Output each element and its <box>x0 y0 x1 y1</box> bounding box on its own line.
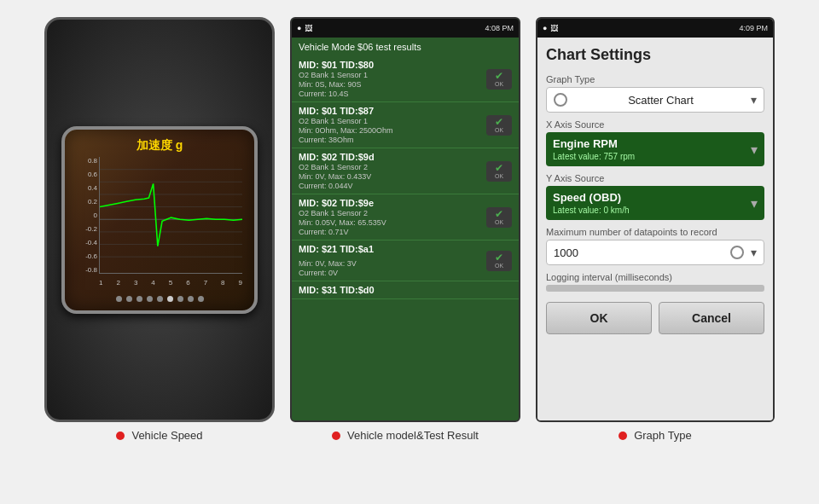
graph-type-dropdown[interactable]: Scatter Chart ▾ <box>546 87 764 113</box>
dot-1 <box>116 296 122 302</box>
red-dot-2 <box>332 432 340 440</box>
phone-frame-3: ● 🖼 4:09 PM Chart Settings Graph Type Sc… <box>536 17 775 422</box>
panel-3-text: Graph Type <box>634 429 692 442</box>
y-axis-latest: Latest value: 0 km/h <box>553 206 758 215</box>
dot-6-active <box>167 296 173 302</box>
chart-plot <box>99 157 242 274</box>
graph-type-value: Scatter Chart <box>628 94 694 107</box>
max-datapoints-input[interactable]: 1000 ▾ <box>546 240 764 265</box>
dot-2 <box>126 296 132 302</box>
chevron-down-icon: ▾ <box>751 246 757 259</box>
list-item: MID: $21 TID:$a1 Min: 0V, Max: 3V Curren… <box>292 240 519 281</box>
red-dot-1 <box>116 432 125 440</box>
list-item: MID: $02 TID:$9e O2 Bank 1 Sensor 2 Min:… <box>292 194 519 240</box>
results-list: MID: $01 TID:$80 O2 Bank 1 Sensor 1 Min:… <box>292 56 519 420</box>
dot-4 <box>147 296 153 302</box>
chart-settings-body: Chart Settings Graph Type Scatter Chart … <box>537 38 773 420</box>
chevron-down-icon: ▾ <box>751 142 758 158</box>
page-dots <box>73 296 246 302</box>
dot-5 <box>157 296 163 302</box>
list-item: MID: $01 TID:$80 O2 Bank 1 Sensor 1 Min:… <box>292 56 519 102</box>
logging-section: Logging interval (milliseconds) <box>546 272 764 292</box>
x-axis-latest: Latest value: 757 rpm <box>553 152 758 161</box>
list-item: MID: $31 TID:$d0 <box>292 281 519 299</box>
x-axis-dropdown[interactable]: Engine RPM Latest value: 757 rpm ▾ <box>546 132 764 166</box>
action-buttons: OK Cancel <box>546 302 764 334</box>
ok-badge-3: ✔ OK <box>486 161 512 182</box>
status-time-3: 4:09 PM <box>739 24 768 32</box>
x-axis-value: Engine RPM <box>553 137 758 150</box>
y-axis-value: Speed (OBD) <box>553 191 758 204</box>
settings-title: Chart Settings <box>546 46 764 64</box>
dot-7 <box>177 296 183 302</box>
x-axis-label: X Axis Source <box>546 119 764 130</box>
graph-type-section: Graph Type Scatter Chart ▾ <box>546 74 764 113</box>
graph-area: 0.8 0.6 0.4 0.2 0 -0.2 -0.4 -0.6 -0.8 <box>73 157 246 291</box>
x-axis-section: X Axis Source Engine RPM Latest value: 7… <box>546 119 764 166</box>
graph-type-label: Graph Type <box>546 74 764 84</box>
graph-widget: 加速度 g 0.8 0.6 0.4 0.2 0 -0.2 -0.4 -0.6 -… <box>61 126 258 314</box>
status-time-2: 4:08 PM <box>485 24 514 32</box>
max-datapoints-section: Maximum number of datapoints to record 1… <box>546 227 764 265</box>
y-axis-labels: 0.8 0.6 0.4 0.2 0 -0.2 -0.4 -0.6 -0.8 <box>73 157 97 274</box>
ok-badge-1: ✔ OK <box>486 69 512 90</box>
y-axis-dropdown[interactable]: Speed (OBD) Latest value: 0 km/h ▾ <box>546 186 764 220</box>
y-axis-section: Y Axis Source Speed (OBD) Latest value: … <box>546 173 764 220</box>
cancel-button[interactable]: Cancel <box>659 302 764 334</box>
max-datapoints-value: 1000 <box>554 246 578 259</box>
ok-badge-4: ✔ OK <box>486 207 512 228</box>
dot-3 <box>136 296 142 302</box>
panel-vehicle-speed: 加速度 g 0.8 0.6 0.4 0.2 0 -0.2 -0.4 -0.6 -… <box>44 17 275 442</box>
mode-header: Vehicle Mode $06 test results <box>292 38 519 56</box>
phone-frame-2: ● 🖼 4:08 PM Vehicle Mode $06 test result… <box>290 17 520 422</box>
max-datapoints-radio[interactable] <box>730 246 744 259</box>
chevron-down-icon: ▾ <box>751 93 757 107</box>
logging-label: Logging interval (milliseconds) <box>546 272 764 282</box>
y-axis-label: Y Axis Source <box>546 173 764 183</box>
status-bar-3: ● 🖼 4:09 PM <box>537 19 773 38</box>
ok-badge-2: ✔ OK <box>486 115 512 136</box>
ok-button[interactable]: OK <box>546 302 652 334</box>
x-axis-labels: 9 8 7 6 5 4 3 2 1 <box>99 275 242 291</box>
phone-frame-1: 加速度 g 0.8 0.6 0.4 0.2 0 -0.2 -0.4 -0.6 -… <box>44 17 275 422</box>
panel-2-text: Vehicle model&Test Result <box>347 429 479 442</box>
chevron-down-icon: ▾ <box>751 195 758 211</box>
list-item: MID: $01 TID:$87 O2 Bank 1 Sensor 1 Min:… <box>292 102 519 148</box>
panel-test-result: ● 🖼 4:08 PM Vehicle Mode $06 test result… <box>290 17 520 442</box>
panel-3-label: Graph Type <box>619 429 692 442</box>
red-dot-3 <box>619 432 627 440</box>
panel-1-label: Vehicle Speed <box>116 429 202 442</box>
graph-title: 加速度 g <box>73 138 246 154</box>
list-item: MID: $02 TID:$9d O2 Bank 1 Sensor 2 Min:… <box>292 148 519 194</box>
panel-2-label: Vehicle model&Test Result <box>332 429 479 442</box>
logging-interval-slider[interactable] <box>546 285 764 292</box>
panel-chart-settings: ● 🖼 4:09 PM Chart Settings Graph Type Sc… <box>536 17 775 442</box>
status-bar-2: ● 🖼 4:08 PM <box>292 19 519 38</box>
graph-type-radio[interactable] <box>554 93 567 107</box>
ok-badge-5: ✔ OK <box>486 251 512 271</box>
panel-1-text: Vehicle Speed <box>131 429 202 442</box>
dot-8 <box>188 296 194 302</box>
dot-9 <box>198 296 204 302</box>
max-datapoints-label: Maximum number of datapoints to record <box>546 227 764 237</box>
